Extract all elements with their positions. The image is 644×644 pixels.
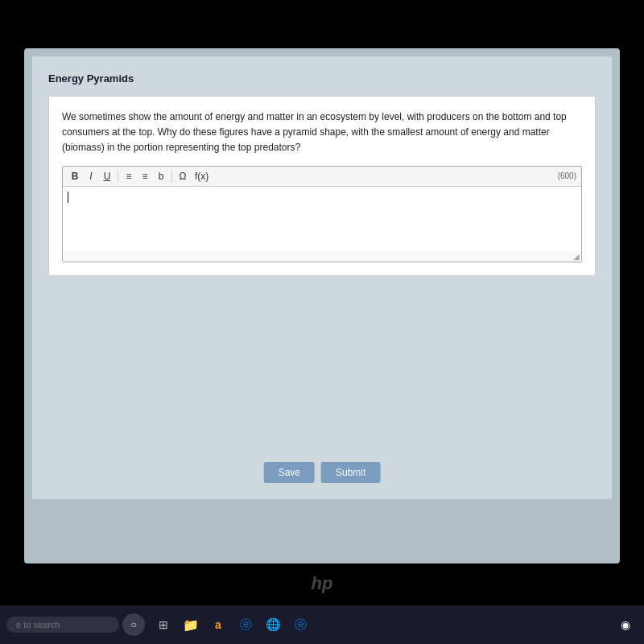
folder-icon: 📁 xyxy=(183,617,199,633)
taskbar-right: ◉ xyxy=(613,613,638,637)
amazon-button[interactable]: a xyxy=(206,613,230,637)
page-title: Energy Pyramids xyxy=(48,72,596,85)
grid-icon: ⊞ xyxy=(159,618,168,631)
chrome-icon: 🌐 xyxy=(266,617,281,632)
editor-toolbar: B I U ≡ ≡ b Ω f(x) (600) xyxy=(63,167,581,187)
start-button[interactable]: ○ xyxy=(122,613,145,636)
question-card: We sometimes show the amount of energy a… xyxy=(48,96,596,276)
save-button[interactable]: Save xyxy=(264,462,315,483)
function-button[interactable]: f(x) xyxy=(192,169,212,184)
editor-body[interactable] xyxy=(63,187,581,251)
file-explorer-button[interactable]: 📁 xyxy=(179,613,203,637)
top-bezel xyxy=(0,0,644,48)
edge-old-button[interactable]: ⓔ xyxy=(288,613,312,637)
system-tray[interactable]: ◉ xyxy=(613,613,638,637)
subscript-button[interactable]: b xyxy=(154,169,168,184)
char-count: (600) xyxy=(558,171,576,180)
resize-icon: ◢ xyxy=(573,252,580,261)
task-view-button[interactable]: ⊞ xyxy=(151,613,175,637)
action-buttons: Save Submit xyxy=(264,462,381,483)
edge-new-button[interactable]: ⓔ xyxy=(233,613,258,637)
amazon-icon: a xyxy=(215,618,221,631)
editor-resize-handle[interactable]: ◢ xyxy=(63,251,581,262)
hp-logo: hp xyxy=(312,573,333,594)
editor-container: B I U ≡ ≡ b Ω f(x) (600) xyxy=(62,166,582,262)
screen: Energy Pyramids We sometimes show the am… xyxy=(24,48,620,564)
edge-old-icon: ⓔ xyxy=(295,617,307,633)
italic-button[interactable]: I xyxy=(84,169,98,184)
unordered-list-button[interactable]: ≡ xyxy=(138,169,152,184)
editor-cursor xyxy=(68,192,68,203)
bottom-bezel: hp xyxy=(0,564,644,605)
toolbar-divider-2 xyxy=(171,170,172,183)
start-icon: ○ xyxy=(130,619,136,630)
ordered-list-button[interactable]: ≡ xyxy=(122,169,136,184)
toolbar-divider-1 xyxy=(118,170,118,183)
edge-new-icon: ⓔ xyxy=(240,617,252,633)
chrome-button[interactable]: 🌐 xyxy=(261,613,285,637)
underline-button[interactable]: U xyxy=(100,169,114,184)
taskbar: ○ ⊞ 📁 a ⓔ 🌐 ⓔ ◉ xyxy=(0,605,644,644)
content-area: Energy Pyramids We sometimes show the am… xyxy=(32,56,612,499)
bold-button[interactable]: B xyxy=(68,169,82,184)
special-char-button[interactable]: Ω xyxy=(175,169,190,184)
wifi-icon: ◉ xyxy=(621,618,630,631)
question-text: We sometimes show the amount of energy a… xyxy=(62,109,582,156)
taskbar-search-input[interactable] xyxy=(6,617,119,633)
submit-button[interactable]: Submit xyxy=(321,462,380,483)
